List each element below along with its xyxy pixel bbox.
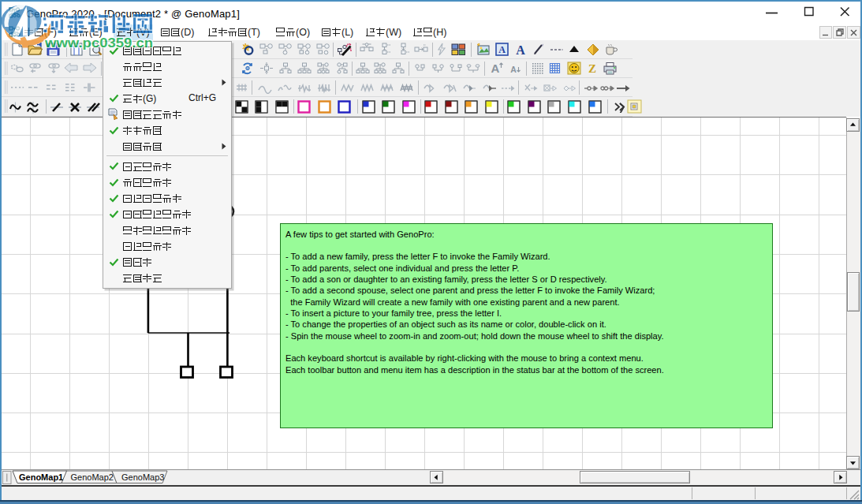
svg-text:GenoMap1: GenoMap1 bbox=[19, 472, 63, 482]
svg-text:A: A bbox=[516, 43, 525, 57]
svg-text:GenoMap2: GenoMap2 bbox=[71, 472, 114, 482]
svg-text:A: A bbox=[510, 65, 517, 74]
svg-text:A: A bbox=[498, 44, 506, 55]
svg-text:Z: Z bbox=[588, 62, 596, 75]
svg-text:A: A bbox=[491, 62, 500, 75]
svg-text:GenoMap3: GenoMap3 bbox=[121, 472, 164, 482]
